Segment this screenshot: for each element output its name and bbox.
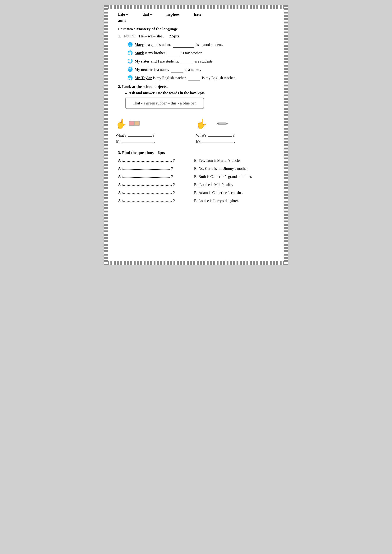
left-col: 👆 What's ? It's (116, 116, 196, 146)
vocab-hate: hate (194, 12, 201, 17)
q1-item-3: 🌐 My sister and I are students. are stud… (127, 58, 276, 64)
blank-1[interactable] (173, 47, 194, 48)
qa-a-text-1: A :………………………………… ? (118, 159, 175, 162)
qa-a-2: A :.....................................… (118, 166, 194, 171)
globe-icon-1: 🌐 (127, 42, 133, 48)
border-bottom (104, 261, 288, 265)
qa-a-5: A :………………………………… ? (118, 191, 194, 195)
right-qmark: ? (233, 133, 235, 138)
globe-icon-3: 🌐 (127, 58, 133, 64)
subject-4: My mother (135, 68, 153, 71)
vocab-life: Life = (118, 12, 128, 17)
qa-a-4: A :………………………………… ? (118, 183, 194, 187)
pointing-hand-left: 👆 (116, 119, 127, 129)
q3-title: Find the questions (122, 150, 154, 155)
left-period: . (154, 139, 155, 144)
q1-item-2: 🌐 Mark is my brother. is my brother (127, 50, 276, 56)
q1-items: 🌐 Mary is a good student. is a good stud… (127, 42, 276, 81)
svg-rect-2 (218, 123, 226, 125)
qa-b-1: B :Yes, Tom is Marion's uncle. (194, 159, 276, 163)
blank-4[interactable] (171, 72, 183, 72)
q1-header: 1. Put in : He – we – she . 2.5pts (118, 34, 276, 39)
qa-b-4: B : Louise is Mike's wife. (194, 183, 276, 187)
right-whats-label: What's (196, 133, 206, 138)
blank-5[interactable] (189, 81, 200, 81)
text2-5: is my English teacher. (202, 76, 236, 80)
qa-b-6: B :Louise is Larry's daughter. (194, 199, 276, 203)
blank-2[interactable] (168, 56, 180, 56)
vocab-row2: aunt (118, 18, 276, 23)
qa-a-text-4: A :………………………………… ? (118, 183, 175, 187)
subject-3: My sister and I (135, 59, 159, 63)
right-period: . (234, 139, 235, 144)
pointing-hand-right: 👆 (196, 119, 207, 129)
q3-label: 3. (118, 150, 121, 155)
text2-3: are students. (195, 59, 214, 63)
q1-item-1: 🌐 Mary is a good student. is a good stud… (127, 42, 276, 48)
subject-5: Mr. Taylor (135, 76, 152, 80)
part-two-title: Part two : Mastery of the language (118, 27, 276, 32)
vocab-aunt: aunt (118, 18, 126, 23)
qa-b-text-6: B :Louise is Larry's daughter. (194, 199, 239, 203)
q3-pts: 6pts (158, 150, 165, 155)
right-its-label: It's (196, 139, 201, 144)
q1-pronouns: He – we – she . (139, 34, 164, 38)
subject-1: Mary (135, 43, 144, 47)
right-icons: 👆 (196, 116, 229, 132)
subject-2: Mark (135, 51, 144, 55)
qa-a-6: A :………………………………… ? (118, 199, 194, 203)
qa-b-text-2: B :No, Carla is not Jimmy's mother. (194, 166, 249, 171)
left-blank-q[interactable] (128, 136, 152, 137)
images-section: 👆 What's ? It's (116, 116, 276, 146)
q2-title: Look at the school objects. (122, 84, 168, 89)
left-blank-a[interactable] (122, 143, 153, 143)
q3-header: 3. Find the questions 6pts (118, 150, 276, 155)
qa-a-text-3: A :.....................................… (118, 174, 173, 179)
word-box: That - a green rubber – this - a blue pe… (125, 97, 204, 109)
qa-pairs-list: A :………………………………… ? B :Yes, Tom is Marion… (118, 159, 276, 203)
qa-a-text-5: A :………………………………… ? (118, 191, 175, 195)
pen-icon (217, 120, 229, 128)
vocab-row: Life = dad = nephew hate (118, 12, 276, 17)
circle-bullet: o (125, 91, 127, 95)
qa-a-text-6: A :………………………………… ? (118, 199, 175, 203)
qa-pair-3: A :.....................................… (118, 174, 276, 179)
qa-b-text-3: B :Ruth is Catherine's grand – mother. (194, 174, 252, 179)
left-its: It's . (116, 139, 196, 144)
exam-page: Life = dad = nephew hate aunt Part two :… (104, 5, 288, 265)
qa-a-3: A :.....................................… (118, 174, 194, 179)
right-blank-a[interactable] (203, 143, 233, 143)
text2-4: is a nurse . (185, 68, 201, 71)
qa-pair-2: A :.....................................… (118, 166, 276, 171)
border-left (104, 5, 108, 265)
blank-3[interactable] (181, 64, 193, 64)
q2-label: 2. (118, 84, 121, 89)
left-whats: What's ? (116, 133, 196, 138)
sub-instruction: Ask and answer. Use the words in the box… (129, 91, 204, 95)
border-right (284, 5, 288, 265)
svg-rect-4 (217, 123, 218, 124)
qa-b-text-5: B :Adam is Catherine 's cousin . (194, 191, 243, 195)
text1-2: is my brother. (145, 51, 167, 55)
qa-b-text-4: B : Louise is Mike's wife. (194, 183, 233, 187)
left-whats-label: What's (116, 133, 126, 138)
globe-icon-2: 🌐 (127, 50, 133, 56)
text1-1: is a good student. (145, 43, 172, 47)
q1-pts: 2.5pts (169, 34, 179, 38)
right-blank-q[interactable] (208, 136, 232, 137)
right-whats: What's ? (196, 133, 235, 138)
left-icons: 👆 (116, 116, 196, 132)
right-col: 👆 What's ? It's (196, 116, 276, 146)
qa-pair-4: A :………………………………… ? B : Louise is Mike's … (118, 183, 276, 187)
globe-icon-4: 🌐 (127, 66, 133, 73)
qa-pair-1: A :………………………………… ? B :Yes, Tom is Marion… (118, 159, 276, 163)
left-qmark: ? (153, 133, 154, 138)
text1-5: is my English teacher. (153, 76, 187, 80)
svg-rect-1 (129, 121, 134, 125)
text1-3: are students. (160, 59, 180, 63)
right-its: It's . (196, 139, 235, 144)
left-its-label: It's (116, 139, 120, 144)
qa-pair-6: A :………………………………… ? B :Louise is Larry's … (118, 199, 276, 203)
globe-icon-5: 🌐 (127, 75, 133, 81)
q1-item-4: 🌐 My mother is a nurse. is a nurse . (127, 66, 276, 73)
